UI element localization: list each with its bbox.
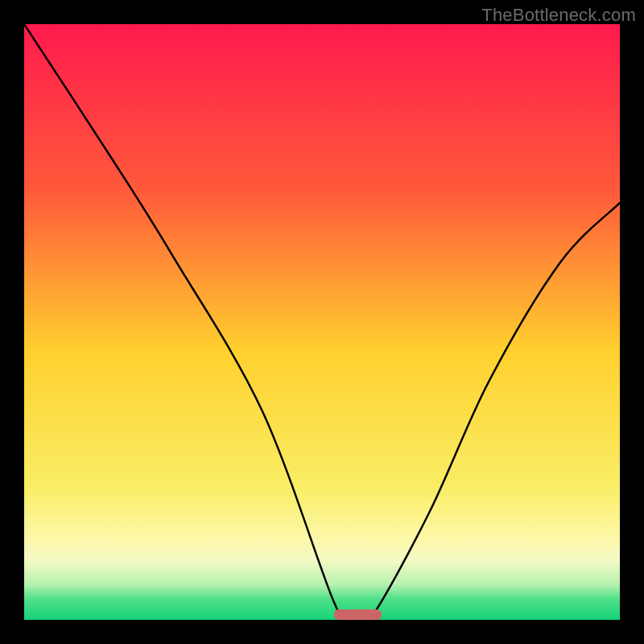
chart-frame: TheBottleneck.com	[0, 0, 644, 644]
plot-area	[24, 24, 620, 620]
optimum-marker	[334, 609, 382, 620]
chart-svg	[24, 24, 620, 620]
gradient-background	[24, 24, 620, 620]
watermark-text: TheBottleneck.com	[481, 5, 636, 26]
